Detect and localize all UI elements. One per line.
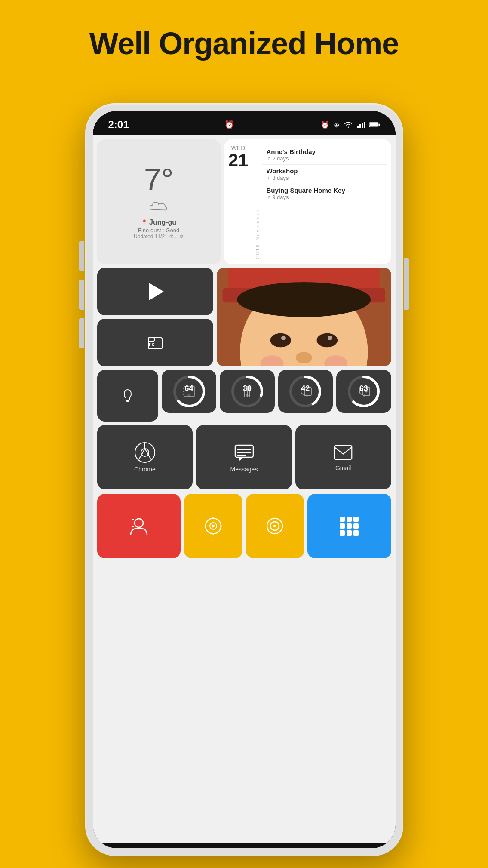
- status-time: 2:01: [108, 119, 129, 131]
- calendar-date: WED 21: [228, 145, 249, 259]
- cpu-percent-sym: %: [187, 394, 191, 398]
- idea-icon[interactable]: [97, 370, 158, 422]
- svg-rect-52: [335, 446, 352, 459]
- weather-updated: Updated 11/21 4:... ↺: [134, 234, 184, 240]
- file-manager-symbol: FK: [147, 334, 164, 351]
- bottom-dock: [97, 494, 391, 558]
- lock2-percent: 63: [359, 385, 368, 392]
- video-player-icon[interactable]: [184, 494, 242, 558]
- gmail-symbol: [334, 443, 353, 462]
- chrome-app-icon[interactable]: Chrome: [97, 425, 193, 489]
- svg-rect-2: [362, 123, 363, 128]
- camera-symbol: [265, 517, 284, 536]
- chrome-symbol: [134, 442, 156, 463]
- event-2-title: Workshop: [266, 167, 382, 175]
- svg-point-66: [273, 525, 276, 527]
- svg-rect-23: [126, 400, 129, 401]
- progress-cpu[interactable]: 64 %: [162, 370, 216, 413]
- signal-icon: [357, 121, 365, 128]
- svg-point-63: [205, 525, 206, 527]
- calendar-year-month: 2018 November: [253, 145, 262, 259]
- apps-grid-icon[interactable]: [307, 494, 391, 558]
- event-1-sub: in 2 days: [266, 155, 382, 162]
- messages-app-icon[interactable]: Messages: [196, 425, 292, 489]
- contacts-icon[interactable]: [97, 494, 181, 558]
- svg-point-53: [135, 519, 143, 527]
- lock1-percent: 42: [301, 385, 310, 392]
- svg-text:FK: FK: [149, 342, 155, 347]
- svg-point-62: [212, 533, 214, 535]
- svg-point-19: [296, 352, 312, 363]
- calendar-event-1: Anne's Birthday in 2 days: [262, 145, 387, 164]
- svg-point-18: [328, 336, 332, 340]
- grid-symbol: [340, 517, 359, 536]
- progress-lock2[interactable]: 63 %: [336, 370, 391, 413]
- status-icons: ⏰ ⊕: [321, 121, 380, 129]
- svg-point-16: [316, 333, 338, 347]
- alarm2-icon: ⏰: [321, 121, 329, 129]
- progress-lock1[interactable]: 42 %: [278, 370, 333, 413]
- svg-rect-5: [379, 123, 380, 126]
- phone-mockup: 2:01 ⏰ ⏰ ⊕: [85, 103, 403, 856]
- weather-cloud-icon: [148, 198, 169, 215]
- lightbulb-symbol: [119, 387, 136, 404]
- event-1-title: Anne's Birthday: [266, 148, 382, 155]
- messages-label: Messages: [230, 466, 258, 473]
- svg-point-61: [220, 525, 222, 527]
- gps-icon: ⊕: [334, 121, 339, 129]
- list-percent: 30: [243, 385, 252, 392]
- calendar-event-3: Buying Square Home Key in 9 days: [262, 184, 387, 203]
- svg-rect-3: [364, 122, 365, 128]
- battery-icon: [369, 122, 380, 128]
- weather-temperature: 7°: [144, 164, 174, 195]
- video-symbol: [204, 517, 223, 536]
- top-row: 7° 📍 Jung-gu Fine dust : Good Upd: [97, 139, 391, 264]
- wifi-icon: [344, 121, 353, 128]
- event-2-sub: in 8 days: [266, 175, 382, 181]
- weather-dust: Fine dust : Good: [138, 227, 179, 234]
- svg-point-20: [237, 282, 371, 317]
- weather-location: Jung-gu: [149, 219, 176, 226]
- svg-point-60: [212, 517, 214, 519]
- chrome-label: Chrome: [134, 466, 156, 473]
- svg-point-17: [281, 336, 286, 340]
- calendar-event-2: Workshop in 8 days: [262, 164, 387, 184]
- svg-rect-1: [359, 124, 361, 128]
- event-3-sub: in 9 days: [266, 194, 382, 200]
- page-title: Well Organized Home: [0, 0, 488, 78]
- apps-row: Chrome Messages: [97, 425, 391, 489]
- calendar-events: Anne's Birthday in 2 days Workshop in 8 …: [262, 145, 387, 259]
- status-bar: 2:01 ⏰ ⏰ ⊕: [93, 111, 396, 135]
- cpu-percent: 64: [185, 385, 193, 392]
- calendar-widget[interactable]: WED 21 2018 November Anne's Birthday in …: [224, 139, 391, 264]
- calendar-day-number: 21: [228, 151, 249, 169]
- svg-marker-59: [212, 524, 216, 528]
- svg-point-15: [270, 333, 291, 347]
- home-screen: 7° 📍 Jung-gu Fine dust : Good Upd: [93, 135, 396, 843]
- gmail-label: Gmail: [335, 465, 351, 471]
- location-pin-icon: 📍: [141, 219, 147, 225]
- messages-symbol: [233, 442, 255, 463]
- gmail-app-icon[interactable]: Gmail: [295, 425, 391, 489]
- svg-rect-8: [148, 338, 154, 341]
- svg-rect-0: [357, 126, 359, 128]
- refresh-icon: ↺: [179, 234, 184, 240]
- event-3-title: Buying Square Home Key: [266, 187, 382, 194]
- file-manager-icon[interactable]: FK: [97, 319, 213, 366]
- alarm-icon: ⏰: [224, 120, 234, 129]
- photo-widget[interactable]: [217, 268, 391, 366]
- camera-icon[interactable]: [246, 494, 304, 558]
- svg-point-44: [141, 449, 149, 456]
- svg-rect-6: [370, 123, 378, 126]
- svg-rect-24: [126, 401, 129, 402]
- play-store-icon[interactable]: [97, 268, 213, 315]
- contacts-symbol: [128, 515, 150, 537]
- weather-widget[interactable]: 7° 📍 Jung-gu Fine dust : Good Upd: [97, 139, 221, 264]
- play-store-symbol: [149, 283, 164, 300]
- progress-list[interactable]: 30 %: [220, 370, 274, 413]
- progress-row: 64 %: [97, 370, 391, 422]
